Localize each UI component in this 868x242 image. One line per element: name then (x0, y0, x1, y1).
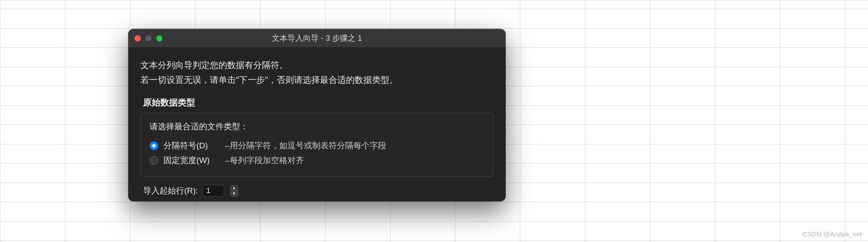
start-row-group: 导入起始行(R): ▲ ▼ (140, 185, 493, 197)
text-import-wizard-dialog: 文本导入向导 - 3 步骤之 1 文本分列向导判定您的数据有分隔符。 若一切设置… (128, 29, 506, 201)
radio-icon[interactable] (150, 141, 158, 150)
section-original-data-type-label: 原始数据类型 (140, 97, 493, 108)
dialog-body: 文本分列向导判定您的数据有分隔符。 若一切设置无误，请单击"下一步"，否则请选择… (128, 47, 506, 201)
minimize-icon[interactable] (145, 35, 152, 42)
radio-description: –每列字段加空格对齐 (225, 155, 304, 166)
zoom-icon[interactable] (156, 35, 163, 42)
start-row-field[interactable] (202, 185, 224, 197)
radio-label: 分隔符号(D) (163, 140, 220, 151)
titlebar[interactable]: 文本导入向导 - 3 步骤之 1 (128, 29, 506, 47)
close-icon[interactable] (134, 35, 141, 42)
start-row-stepper[interactable]: ▲ ▼ (230, 185, 238, 196)
file-type-panel: 请选择最合适的文件类型： 分隔符号(D) –用分隔字符，如逗号或制表符分隔每个字… (140, 113, 493, 177)
window-title: 文本导入向导 - 3 步骤之 1 (128, 33, 506, 43)
radio-description: –用分隔字符，如逗号或制表符分隔每个字段 (225, 140, 386, 151)
radio-label: 固定宽度(W) (163, 155, 220, 166)
intro-line-1: 文本分列向导判定您的数据有分隔符。 (140, 58, 493, 72)
file-type-prompt: 请选择最合适的文件类型： (150, 121, 484, 132)
start-row-input[interactable] (203, 186, 224, 195)
watermark: CSDN @Andya_net (803, 230, 862, 238)
start-row-label: 导入起始行(R): (143, 185, 198, 196)
radio-fixed-width[interactable]: 固定宽度(W) –每列字段加空格对齐 (150, 153, 484, 168)
intro-line-2: 若一切设置无误，请单击"下一步"，否则请选择最合适的数据类型。 (140, 72, 493, 87)
stepper-down-icon[interactable]: ▼ (231, 191, 238, 196)
window-controls (134, 35, 163, 42)
intro-text: 文本分列向导判定您的数据有分隔符。 若一切设置无误，请单击"下一步"，否则请选择… (140, 58, 493, 87)
stepper-up-icon[interactable]: ▲ (231, 186, 238, 191)
radio-delimited[interactable]: 分隔符号(D) –用分隔字符，如逗号或制表符分隔每个字段 (150, 138, 484, 153)
radio-icon[interactable] (150, 156, 158, 165)
